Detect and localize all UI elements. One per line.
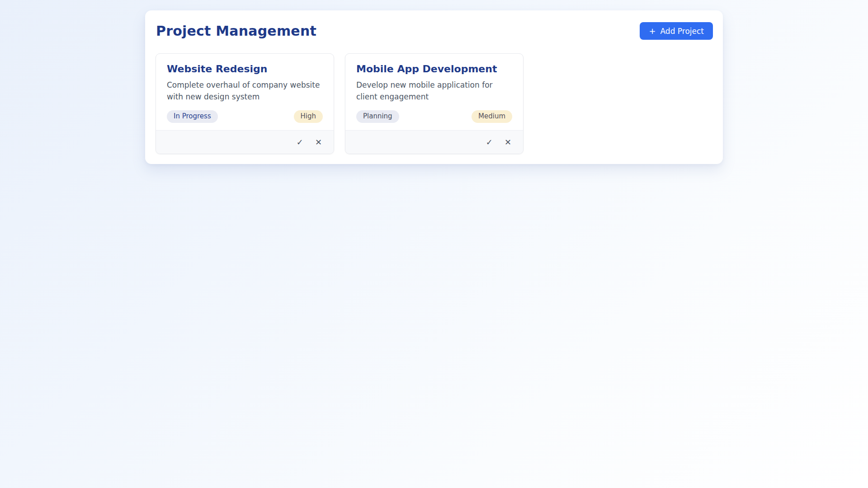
card-body: Mobile App Development Develop new mobil…	[345, 54, 523, 130]
project-title: Website Redesign	[167, 63, 323, 75]
badge-row: Planning Medium	[356, 110, 512, 123]
project-title: Mobile App Development	[356, 63, 512, 75]
status-badge: Planning	[356, 110, 399, 123]
card-footer: ✓ ✕	[345, 130, 523, 154]
check-icon[interactable]: ✓	[294, 136, 306, 148]
plus-icon: +	[649, 27, 656, 35]
project-description: Complete overhaul of company website wit…	[167, 79, 323, 103]
status-badge: In Progress	[167, 110, 218, 123]
project-description: Develop new mobile application for clien…	[356, 79, 512, 103]
add-project-button[interactable]: + Add Project	[640, 22, 713, 40]
badge-row: In Progress High	[167, 110, 323, 123]
check-icon[interactable]: ✓	[483, 136, 495, 148]
priority-badge: Medium	[472, 110, 512, 123]
close-icon[interactable]: ✕	[312, 136, 325, 148]
card-body: Website Redesign Complete overhaul of co…	[156, 54, 334, 130]
add-project-label: Add Project	[660, 27, 704, 36]
close-icon[interactable]: ✕	[502, 136, 514, 148]
project-card-mobile-app-development: Mobile App Development Develop new mobil…	[345, 53, 524, 154]
panel-header: Project Management + Add Project	[156, 22, 713, 40]
page-title: Project Management	[156, 23, 316, 39]
project-management-panel: Project Management + Add Project Website…	[145, 10, 723, 164]
project-cards-grid: Website Redesign Complete overhaul of co…	[156, 53, 713, 154]
priority-badge: High	[294, 110, 323, 123]
project-card-website-redesign: Website Redesign Complete overhaul of co…	[156, 53, 334, 154]
card-footer: ✓ ✕	[156, 130, 334, 154]
